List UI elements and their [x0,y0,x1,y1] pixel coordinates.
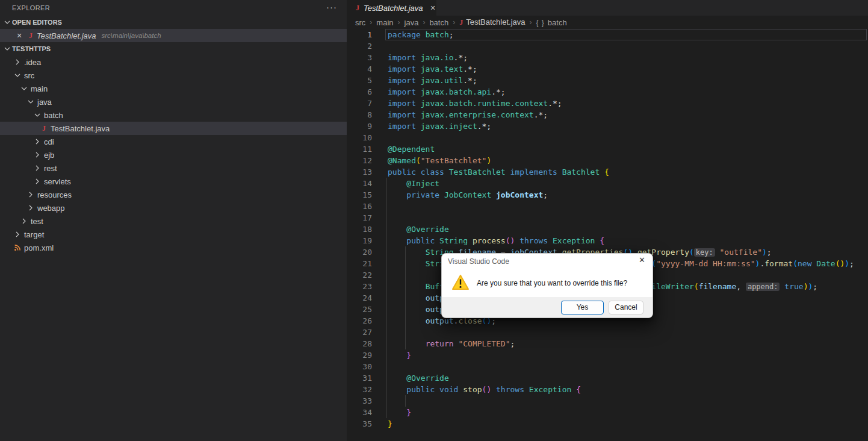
tree-item-resources[interactable]: resources [0,188,347,201]
line-number-22: 22 [347,269,372,281]
line-number-35: 35 [347,418,372,430]
code-line-34[interactable]: } [388,407,411,418]
chevron-right-icon [19,216,29,226]
breadcrumb-separator: › [529,18,532,27]
line-number-30: 30 [347,361,372,372]
code-line-13[interactable]: public class TestBatchlet implements Bat… [388,166,609,178]
breadcrumb-separator: › [423,18,425,27]
current-line-highlight [385,29,867,40]
tree-item-webapp[interactable]: webapp [0,201,347,214]
line-number-20: 20 [347,246,372,258]
tree-item-label: rest [44,164,57,173]
chevron-right-icon [33,163,42,173]
tab-testbatchlet[interactable]: J TestBatchlet.java ✕ [347,0,436,16]
explorer-more-actions-icon[interactable]: ··· [326,0,337,16]
open-editor-item[interactable]: ✕JTestBatchlet.javasrc\main\java\batch [0,29,347,42]
tab-close-icon[interactable]: ✕ [430,4,436,12]
code-line-5[interactable]: import java.util.*; [388,75,477,86]
tree-item-test[interactable]: test [0,214,347,228]
open-editors-list: ✕JTestBatchlet.javasrc\main\java\batch [0,29,347,42]
code-line-32[interactable]: public void stop() throws Exception { [388,384,581,395]
open-editors-section-header[interactable]: OPEN EDITORS [0,16,347,29]
line-number-33: 33 [347,395,372,407]
tree-item-label: TestBatchlet.java [51,124,110,133]
code-line-9[interactable]: import javax.inject.*; [388,120,491,132]
chevron-right-icon [33,137,42,146]
tree-item-ejb[interactable]: ejb [0,148,347,161]
code-line-35[interactable]: } [388,418,392,430]
tree-item-pom-xml[interactable]: pom.xml [0,241,347,254]
breadcrumb-item-batch[interactable]: { }batch [536,18,566,27]
code-line-18[interactable]: @Override [388,224,449,235]
code-line-28[interactable]: return "COMPLETED"; [388,338,515,349]
tree-item--idea[interactable]: .idea [0,55,347,69]
code-line-11[interactable]: @Dependent [388,143,435,155]
line-number-18: 18 [347,224,372,235]
tree-item-servlets[interactable]: servlets [0,175,347,188]
code-line-31[interactable]: @Override [388,372,449,384]
code-line-3[interactable]: import java.io.*; [388,52,468,63]
code-line-29[interactable]: } [388,349,411,361]
java-file-icon: J [356,4,359,13]
tree-item-label: batch [44,111,63,120]
line-number-26: 26 [347,315,372,327]
line-number-11: 11 [347,143,372,155]
code-line-4[interactable]: import java.text.*; [388,63,477,75]
code-line-7[interactable]: import javax.batch.runtime.context.*; [388,98,562,109]
java-file-icon: J [29,31,33,40]
cancel-button[interactable]: Cancel [609,301,643,314]
chevron-right-icon [33,177,42,186]
close-editor-icon[interactable]: ✕ [14,32,24,40]
tree-item-label: .idea [24,58,41,67]
code-line-19[interactable]: public String process() throws Exception… [388,235,604,246]
yes-button[interactable]: Yes [561,301,604,314]
breadcrumb-item-batch[interactable]: batch [429,18,448,27]
xml-file-icon [13,243,22,252]
dialog-title-bar[interactable]: Visual Studio Code ✕ [442,254,653,269]
code-line-1[interactable]: package batch; [388,29,454,40]
breadcrumb-item-src[interactable]: src [355,18,365,27]
dialog-message: Are you sure that you want to override t… [477,279,627,287]
line-number-12: 12 [347,155,372,166]
line-number-21: 21 [347,258,372,269]
line-number-1: 1 [347,29,372,40]
java-file-icon: J [459,18,463,27]
open-editors-label: OPEN EDITORS [12,19,62,26]
tree-item-label: target [24,230,44,239]
code-line-14[interactable]: @Inject [388,178,439,189]
code-line-12[interactable]: @Named("TestBatchlet") [388,155,491,166]
breadcrumb-item-main[interactable]: main [376,18,393,27]
tree-item-src[interactable]: src [0,69,347,82]
tree-item-cdi[interactable]: cdi [0,135,347,148]
code-line-6[interactable]: import javax.batch.api.*; [388,86,506,98]
chevron-right-icon [26,190,36,199]
tree-item-testbatchlet-java[interactable]: JTestBatchlet.java [0,122,347,135]
breadcrumb-separator: › [453,18,455,27]
code-line-8[interactable]: import javax.enterprise.context.*; [388,109,548,120]
code-line-15[interactable]: private JobContext jobContext; [388,189,548,201]
vscode-window: { "icons": { "close": "✕", "ellipsis": "… [0,0,868,441]
java-file-icon: J [42,124,46,133]
tree-item-main[interactable]: main [0,82,347,95]
dialog-body: Are you sure that you want to override t… [442,269,653,297]
line-number-19: 19 [347,235,372,246]
open-editor-path: src\main\java\batch [102,32,161,39]
chevron-down-icon [2,44,12,54]
line-number-4: 4 [347,63,372,75]
line-number-34: 34 [347,407,372,418]
breadcrumb-item-testbatchlet-java[interactable]: JTestBatchlet.java [459,17,525,27]
project-section-header[interactable]: TESTHTTPS [0,42,347,55]
tree-item-target[interactable]: target [0,228,347,241]
tree-item-rest[interactable]: rest [0,161,347,175]
line-number-24: 24 [347,292,372,304]
line-number-23: 23 [347,281,372,292]
chevron-down-icon [33,110,42,120]
dialog-close-icon[interactable]: ✕ [639,255,645,264]
breadcrumb-separator: › [398,18,400,27]
chevron-down-icon [19,84,29,93]
tree-item-java[interactable]: java [0,95,347,108]
line-number-25: 25 [347,304,372,315]
tree-item-batch[interactable]: batch [0,108,347,122]
line-number-27: 27 [347,327,372,338]
breadcrumb-item-java[interactable]: java [405,18,419,27]
